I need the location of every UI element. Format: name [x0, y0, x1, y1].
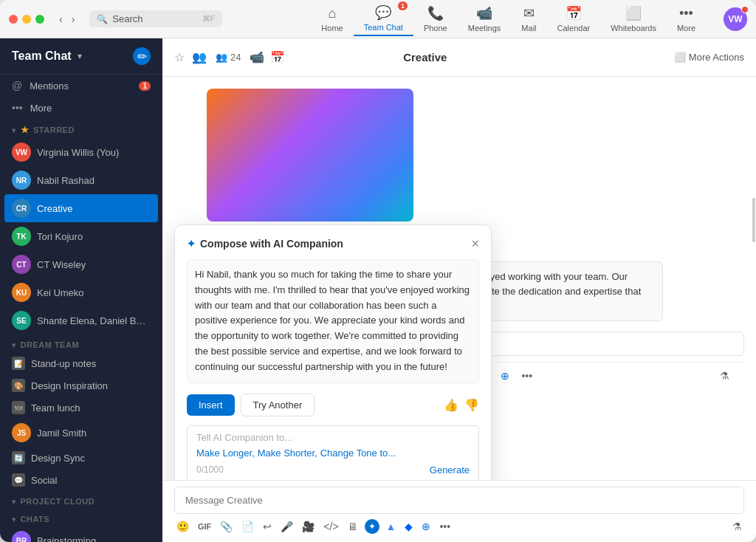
list-item[interactable]: NR Nabil Rashad: [0, 166, 162, 194]
input-quote-button[interactable]: ↩: [261, 518, 274, 535]
input-gif-button[interactable]: GIF: [196, 520, 213, 533]
list-item[interactable]: 📝 Stand-up notes: [0, 352, 162, 374]
tab-calendar[interactable]: 📅 Calendar: [547, 2, 601, 35]
input-apps-button[interactable]: ⊕: [419, 518, 433, 535]
tab-phone[interactable]: 📞 Phone: [413, 2, 458, 35]
search-icon: 🔍: [97, 14, 108, 24]
members-icon[interactable]: 👥: [192, 50, 207, 64]
tab-whiteboards-label: Whiteboards: [611, 24, 656, 32]
list-item[interactable]: 🔄 Design Sync: [0, 447, 162, 469]
chats-collapse-icon: ▾: [12, 515, 16, 524]
change-tone-link[interactable]: Change Tone to...: [320, 447, 396, 459]
meetings-icon: 📹: [476, 5, 492, 21]
compose-button[interactable]: ✏: [133, 47, 151, 65]
tab-phone-label: Phone: [424, 24, 447, 32]
input-doc-button[interactable]: 📄: [239, 518, 256, 535]
nav-arrows: ‹ ›: [56, 12, 78, 27]
contact-name: Nabil Rashad: [37, 175, 94, 186]
make-longer-link[interactable]: Make Longer,: [196, 447, 255, 459]
sidebar-item-more[interactable]: ••• More: [0, 97, 162, 119]
list-item[interactable]: CT CT Wiseley: [0, 250, 162, 278]
message-input[interactable]: [174, 487, 744, 514]
space-name: Design Inspiration: [31, 380, 108, 391]
list-item[interactable]: SE Shante Elena, Daniel Bow...: [0, 306, 162, 335]
close-traffic-light[interactable]: [9, 15, 18, 24]
project-cloud-section[interactable]: ▾ Project Cloud: [0, 491, 162, 509]
apps-button[interactable]: ⊕: [498, 367, 512, 385]
list-item[interactable]: JS Jamil Smith: [0, 419, 162, 447]
list-item[interactable]: TK Tori Kojuro: [0, 222, 162, 250]
input-video-button[interactable]: 🎥: [300, 518, 317, 535]
messages-area[interactable]: 🤙 1 🔥 1 👇 1 NR Nabil Rashad EXTERNAL 9:2…: [162, 77, 756, 480]
input-code-button[interactable]: </>: [321, 518, 340, 535]
tab-whiteboards[interactable]: ⬜ Whiteboards: [600, 2, 667, 35]
contact-name: Kei Umeko: [37, 287, 84, 298]
generate-button[interactable]: Generate: [430, 464, 470, 476]
thumbs-down-icon[interactable]: 👎: [464, 398, 479, 412]
ai-prompt-area: Tell AI Companion to... Make Longer, Mak…: [187, 425, 479, 480]
ai-close-button[interactable]: ×: [471, 237, 479, 250]
chat-area: ☆ 👥 👥 24 📹 📅 Creative ⬜ More Actions: [162, 38, 756, 542]
scrollbar-track[interactable]: [752, 77, 756, 480]
scrollbar-thumb[interactable]: [752, 198, 755, 242]
contact-name: CT Wiseley: [37, 259, 86, 270]
input-attachment-button[interactable]: 📎: [218, 518, 235, 535]
input-ai-button[interactable]: ✦: [365, 519, 379, 534]
at-icon: @: [12, 80, 22, 92]
insert-button[interactable]: Insert: [187, 394, 235, 416]
list-item[interactable]: BR Brainstorming: [0, 526, 162, 542]
tab-meetings[interactable]: 📹 Meetings: [458, 2, 512, 35]
list-item[interactable]: VW Virginia Willis (You): [0, 138, 162, 166]
video-icon[interactable]: 📹: [250, 50, 264, 64]
list-item[interactable]: 🎨 Design Inspiration: [0, 374, 162, 397]
more-tools-button[interactable]: •••: [518, 367, 535, 385]
team-chat-icon: 💬: [375, 4, 391, 21]
sidebar-dropdown-icon[interactable]: ▾: [78, 51, 82, 61]
member-count-icon: 👥: [216, 52, 227, 63]
more-actions-button[interactable]: ⬜ More Actions: [674, 52, 744, 63]
starred-section[interactable]: ▾ ★ Starred: [0, 119, 162, 138]
sidebar-title: Team Chat: [12, 49, 72, 63]
ai-prompt-links: Make Longer, Make Shorter, Change Tone t…: [196, 447, 470, 459]
tab-more[interactable]: ••• More: [667, 3, 706, 35]
input-more-button[interactable]: •••: [437, 518, 453, 535]
sidebar-item-mentions[interactable]: @ Mentions 1: [0, 75, 162, 97]
minimize-traffic-light[interactable]: [22, 15, 31, 24]
input-dropbox-button[interactable]: ◆: [402, 518, 415, 535]
project-cloud-label: Project Cloud: [21, 497, 95, 506]
input-emoji-button[interactable]: 🙂: [174, 518, 191, 535]
list-item[interactable]: 💬 Social: [0, 469, 162, 491]
filter-button[interactable]: ⚗: [717, 367, 732, 385]
calendar-icon: 📅: [566, 5, 582, 21]
back-button[interactable]: ‹: [56, 12, 66, 27]
ai-prompt-placeholder[interactable]: Tell AI Companion to...: [196, 432, 470, 443]
search-bar[interactable]: 🔍 Search ⌘F: [89, 10, 222, 27]
fullscreen-traffic-light[interactable]: [35, 15, 44, 24]
calendar-header-icon[interactable]: 📅: [270, 50, 285, 64]
make-shorter-link[interactable]: Make Shorter,: [258, 447, 317, 459]
space-icon: 🔄: [12, 451, 25, 464]
list-item[interactable]: KU Kei Umeko: [0, 278, 162, 306]
ai-modal-header: ✦ Compose with AI Companion ×: [187, 237, 479, 250]
thumbs-up-icon[interactable]: 👍: [444, 398, 458, 412]
list-item[interactable]: 🍽 Team lunch: [0, 397, 162, 419]
dream-team-section[interactable]: ▾ Dream Team: [0, 335, 162, 352]
tab-team-chat[interactable]: 💬 1 Team Chat: [354, 1, 413, 36]
input-filter-button[interactable]: ⚗: [730, 518, 744, 535]
nav-tabs: ⌂ Home 💬 1 Team Chat 📞 Phone 📹 Meetings …: [311, 1, 706, 36]
input-audio-button[interactable]: 🎤: [278, 518, 295, 535]
star-icon[interactable]: ☆: [174, 50, 185, 64]
ai-compose-modal: ✦ Compose with AI Companion × Hi Nabil, …: [174, 224, 492, 480]
forward-button[interactable]: ›: [69, 12, 78, 27]
sidebar: Team Chat ▾ ✏ @ Mentions 1 ••• More ▾ ★ …: [0, 38, 162, 542]
input-gdrive-button[interactable]: ▲: [384, 518, 399, 535]
ai-prompt-input: Tell AI Companion to...: [196, 432, 470, 443]
tab-home[interactable]: ⌂ Home: [311, 3, 353, 35]
chats-section[interactable]: ▾ Chats: [0, 509, 162, 526]
sidebar-item-creative[interactable]: CR Creative: [4, 194, 158, 222]
user-avatar-area[interactable]: VW: [724, 7, 747, 31]
tab-mail[interactable]: ✉ Mail: [511, 2, 546, 35]
try-another-button[interactable]: Try Another: [241, 394, 315, 416]
avatar: NR: [12, 171, 31, 190]
input-screen-button[interactable]: 🖥: [346, 518, 360, 535]
